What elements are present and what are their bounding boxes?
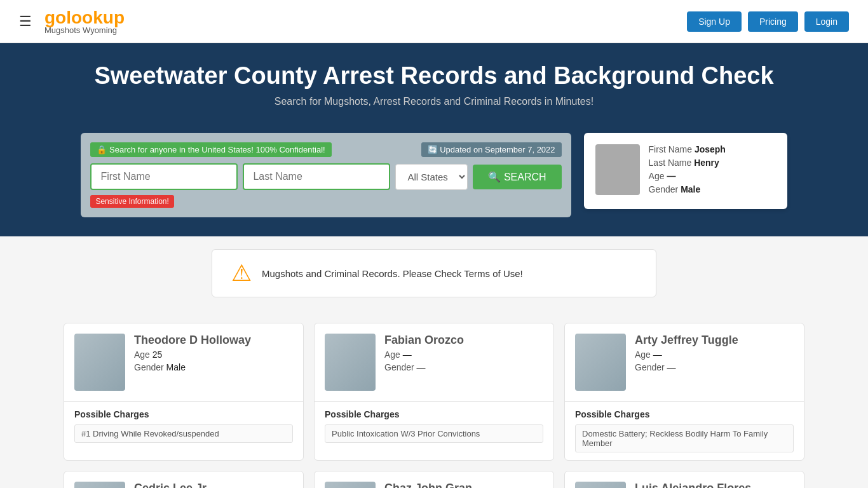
card-age: Age 25 [134, 349, 251, 360]
search-box: 🔒 Search for anyone in the United States… [81, 133, 571, 217]
sensitive-badge: Sensitive Information! [90, 190, 561, 208]
record-card[interactable]: Theodore D Holloway Age 25 Gender Male P… [64, 323, 304, 461]
login-button[interactable]: Login [804, 11, 849, 32]
card-gender: Gender Male [134, 362, 251, 372]
profile-lastname: Last Name Henry [649, 158, 726, 168]
card-info: Chaz John Gran Age 31 Gender — [384, 482, 472, 488]
card-info: Theodore D Holloway Age 25 Gender Male [134, 334, 251, 375]
logo-part3: okup [82, 8, 125, 27]
card-name: Luis Alejandro Flores [635, 482, 751, 488]
hero-section: Sweetwater County Arrest Records and Bac… [0, 43, 868, 133]
card-info: Arty Jeffrey Tuggle Age — Gender — [635, 334, 738, 375]
card-avatar [74, 334, 125, 391]
card-charges: Possible Charges Public Intoxication W/3… [315, 401, 553, 451]
card-info: Cedric Lee Jr Age — Gender — [134, 482, 207, 488]
updated-badge: 🔄 Updated on September 7, 2022 [421, 142, 562, 157]
warning-bar: ⚠ Mugshots and Criminal Records. Please … [0, 236, 868, 310]
profile-firstname: First Name Joseph [649, 144, 726, 154]
card-top: Theodore D Holloway Age 25 Gender Male [64, 323, 303, 401]
card-age: Age — [384, 349, 464, 360]
card-name: Cedric Lee Jr [134, 482, 207, 488]
warning-icon: ⚠ [231, 260, 252, 287]
charges-label: Possible Charges [325, 409, 543, 419]
record-card[interactable]: Cedric Lee Jr Age — Gender — Possible Ch… [64, 471, 304, 488]
logo-subtitle: Mugshots Wyoming [44, 25, 117, 35]
card-top: Fabian Orozco Age — Gender — [315, 323, 553, 401]
header-right: Sign Up Pricing Login [687, 11, 849, 32]
warning-inner: ⚠ Mugshots and Criminal Records. Please … [212, 249, 656, 297]
card-info: Luis Alejandro Flores Age — Gender — [635, 482, 751, 488]
card-top: Chaz John Gran Age 31 Gender — [315, 471, 553, 488]
record-card[interactable]: Luis Alejandro Flores Age — Gender — Pos… [564, 471, 804, 488]
card-avatar [575, 482, 626, 488]
search-button[interactable]: 🔍 SEARCH [473, 165, 561, 189]
logo-o: o [71, 8, 82, 27]
card-charges: Possible Charges #1 Driving While Revoke… [64, 401, 303, 451]
hero-title: Sweetwater County Arrest Records and Bac… [19, 62, 849, 90]
logo: golookup Mugshots Wyoming [44, 8, 125, 35]
charge-item: Domestic Battery; Reckless Bodily Harm T… [575, 424, 794, 452]
menu-icon[interactable]: ☰ [19, 13, 32, 30]
card-gender: Gender — [635, 362, 738, 372]
record-card[interactable]: Arty Jeffrey Tuggle Age — Gender — Possi… [564, 323, 804, 461]
card-name: Arty Jeffrey Tuggle [635, 334, 738, 347]
header-left: ☰ golookup Mugshots Wyoming [19, 8, 125, 35]
profile-card-inner: First Name Joseph Last Name Henry Age — … [595, 144, 776, 198]
charges-label: Possible Charges [575, 409, 794, 419]
header: ☰ golookup Mugshots Wyoming Sign Up Pric… [0, 0, 868, 43]
card-top: Arty Jeffrey Tuggle Age — Gender — [565, 323, 804, 401]
search-top-bar: 🔒 Search for anyone in the United States… [90, 142, 561, 157]
card-avatar [74, 482, 125, 488]
card-gender: Gender — [384, 362, 464, 372]
search-inputs: All States AlabamaAlaskaArizona Californ… [90, 163, 561, 190]
charge-item: #1 Driving While Revoked/suspended [74, 424, 293, 443]
state-select[interactable]: All States AlabamaAlaskaArizona Californ… [395, 164, 468, 190]
profile-age: Age — [649, 171, 726, 181]
charge-item: Public Intoxication W/3 Prior Conviction… [325, 424, 543, 443]
charges-label: Possible Charges [74, 409, 293, 419]
profile-card: First Name Joseph Last Name Henry Age — … [584, 133, 787, 209]
pricing-button[interactable]: Pricing [748, 11, 798, 32]
first-name-input[interactable] [90, 163, 238, 190]
record-card[interactable]: Chaz John Gran Age 31 Gender — Possible … [314, 471, 554, 488]
card-info: Fabian Orozco Age — Gender — [384, 334, 464, 375]
hero-subtitle: Search for Mugshots, Arrest Records and … [19, 96, 849, 107]
profile-info: First Name Joseph Last Name Henry Age — … [649, 144, 726, 198]
profile-gender: Gender Male [649, 184, 726, 194]
logo-part1: gol [44, 8, 71, 27]
signup-button[interactable]: Sign Up [687, 11, 742, 32]
card-avatar [575, 334, 626, 391]
card-age: Age — [635, 349, 738, 360]
profile-avatar [595, 144, 640, 195]
cards-grid: Theodore D Holloway Age 25 Gender Male P… [64, 323, 804, 488]
card-name: Chaz John Gran [384, 482, 472, 488]
confidential-badge: 🔒 Search for anyone in the United States… [90, 142, 331, 157]
card-avatar [325, 334, 376, 391]
card-name: Theodore D Holloway [134, 334, 251, 347]
card-top: Luis Alejandro Flores Age — Gender — [565, 471, 804, 488]
card-avatar [325, 482, 376, 488]
record-card[interactable]: Fabian Orozco Age — Gender — Possible Ch… [314, 323, 554, 461]
card-top: Cedric Lee Jr Age — Gender — [64, 471, 303, 488]
last-name-input[interactable] [243, 163, 390, 190]
cards-section: Theodore D Holloway Age 25 Gender Male P… [0, 310, 868, 488]
card-charges: Possible Charges Domestic Battery; Reckl… [565, 401, 804, 460]
warning-text: Mugshots and Criminal Records. Please Ch… [262, 268, 523, 279]
card-name: Fabian Orozco [384, 334, 464, 347]
search-section: 🔒 Search for anyone in the United States… [0, 133, 868, 236]
